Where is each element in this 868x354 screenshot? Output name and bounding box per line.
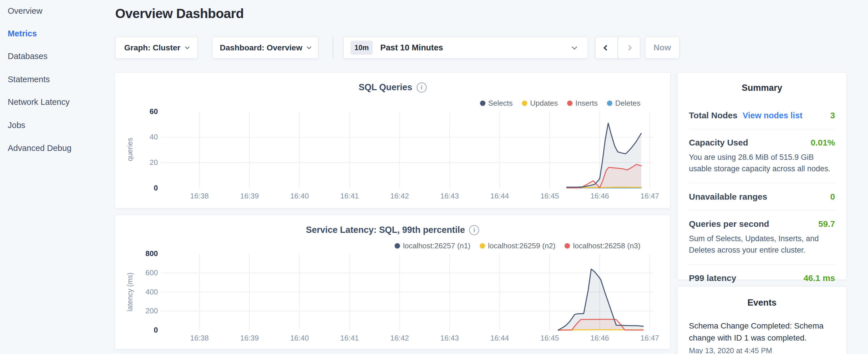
graph-dropdown-label: Graph: Cluster: [124, 43, 180, 53]
summary-divider: [689, 183, 835, 183]
sidebar-item-network-latency[interactable]: Network Latency: [8, 97, 70, 107]
summary-row-value: 0.01%: [811, 138, 835, 148]
now-button[interactable]: Now: [645, 37, 679, 59]
sidebar-item-statements[interactable]: Statements: [8, 75, 50, 84]
summary-row-unavailable-ranges: Unavailable ranges0: [689, 192, 835, 202]
summary-row-label: Unavailable ranges: [689, 192, 767, 202]
sql-queries-chart-card: SQL Queries i SelectsUpdatesInsertsDelet…: [115, 72, 671, 208]
sidebar: OverviewMetricsDatabasesStatementsNetwor…: [0, 0, 115, 354]
prev-time-button[interactable]: [595, 37, 618, 59]
sidebar-item-overview[interactable]: Overview: [8, 6, 42, 16]
graph-dropdown[interactable]: Graph: Cluster: [115, 37, 198, 59]
summary-row-queries-per-second: Queries per second59.7: [689, 219, 835, 229]
sidebar-item-advanced-debug[interactable]: Advanced Debug: [8, 143, 72, 153]
events-title: Events: [689, 297, 835, 308]
summary-row-value: 3: [830, 110, 835, 120]
sql-queries-plot[interactable]: [115, 72, 671, 209]
service-latency-plot[interactable]: [115, 215, 671, 350]
time-window-label: Past 10 Minutes: [380, 43, 443, 53]
summary-row-total-nodes: Total NodesView nodes list3: [689, 110, 835, 120]
app-root: OverviewMetricsDatabasesStatementsNetwor…: [0, 0, 868, 354]
chevron-down-icon: [307, 45, 311, 49]
chevron-down-icon: [185, 45, 189, 49]
summary-divider: [689, 210, 835, 211]
chevron-left-icon: [603, 45, 609, 51]
dashboard-dropdown[interactable]: Dashboard: Overview: [212, 37, 318, 59]
event-item: Schema Change Completed: Schema change w…: [689, 320, 835, 354]
view-nodes-list-link[interactable]: View nodes list: [743, 111, 802, 120]
summary-divider: [689, 264, 835, 265]
summary-row-value: 46.1 ms: [804, 273, 835, 283]
event-text: Schema Change Completed: Schema change w…: [689, 320, 835, 344]
summary-row-value: 0: [830, 192, 835, 202]
events-panel: Events Schema Change Completed: Schema c…: [677, 286, 847, 354]
next-time-button[interactable]: [618, 37, 641, 59]
time-window-badge: 10m: [350, 41, 373, 55]
summary-row-label: Capacity Used: [689, 138, 748, 148]
summary-rows: Total NodesView nodes list3Capacity Used…: [689, 110, 835, 283]
events-list: Schema Change Completed: Schema change w…: [689, 320, 835, 354]
summary-row-p99-latency: P99 latency46.1 ms: [689, 273, 835, 283]
controls-divider: [333, 37, 333, 59]
summary-panel: Summary Total NodesView nodes list3Capac…: [677, 72, 847, 280]
summary-title: Summary: [689, 83, 835, 93]
time-window-selector[interactable]: 10m Past 10 Minutes: [343, 37, 588, 59]
summary-row-label: Total Nodes: [689, 110, 737, 120]
summary-row-label: P99 latency: [689, 273, 736, 283]
sidebar-item-jobs[interactable]: Jobs: [8, 121, 25, 130]
summary-row-label: Queries per second: [689, 219, 769, 229]
sidebar-item-metrics[interactable]: Metrics: [8, 29, 37, 38]
sidebar-item-databases[interactable]: Databases: [8, 52, 48, 61]
dashboard-dropdown-label: Dashboard: Overview: [220, 43, 302, 53]
chevron-right-icon: [626, 45, 632, 51]
chevron-down-icon: [572, 44, 577, 49]
event-timestamp: May 13, 2020 at 4:45 PM: [689, 346, 835, 354]
summary-row-value: 59.7: [818, 219, 835, 229]
summary-row-description: You are using 28.6 MiB of 515.9 GiB usab…: [689, 152, 835, 174]
time-step-buttons: [595, 37, 640, 59]
summary-row-capacity-used: Capacity Used0.01%: [689, 138, 835, 148]
summary-row-description: Sum of Selects, Updates, Inserts, and De…: [689, 233, 835, 256]
page-title: Overview Dashboard: [115, 6, 244, 21]
service-latency-chart-card: Service Latency: SQL, 99th percentile i …: [115, 215, 671, 349]
